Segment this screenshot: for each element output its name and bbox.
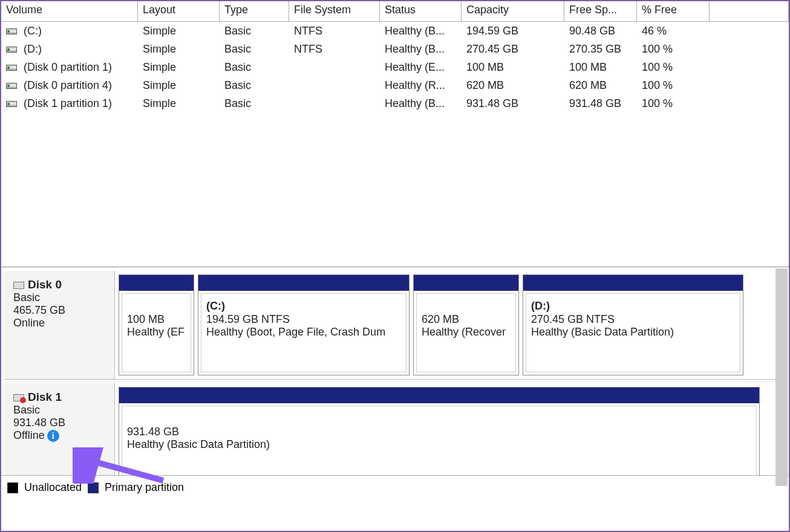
partition[interactable]: 931.48 GBHealthy (Basic Data Partition) [119,387,760,482]
info-icon[interactable]: i [47,430,59,442]
partition-label [127,300,186,313]
partition-label [422,300,511,313]
col-volume[interactable]: Volume [1,1,138,21]
volume-icon [6,83,17,89]
partition-header [523,275,743,291]
partition[interactable]: 620 MBHealthy (Recover [413,274,519,375]
volume-row[interactable]: (Disk 0 partition 4)SimpleBasicHealthy (… [1,76,789,94]
disk-partitions: 100 MBHealthy (EF(C:)194.59 GB NTFSHealt… [115,271,785,379]
column-headers: Volume Layout Type File System Status Ca… [1,1,789,22]
col-freespace[interactable]: Free Sp... [564,1,637,21]
disk-row: Disk 0Basic465.75 GBOnline100 MBHealthy … [5,271,785,380]
volume-list-pane: Volume Layout Type File System Status Ca… [1,1,789,267]
col-type[interactable]: Type [220,1,289,21]
disk-title: Disk 0 [28,278,62,291]
volume-row[interactable]: (D:)SimpleBasicNTFSHealthy (B...270.45 G… [1,40,789,58]
volume-icon [6,47,17,53]
volume-row[interactable]: (Disk 1 partition 1)SimpleBasicHealthy (… [1,94,789,112]
partition[interactable]: 100 MBHealthy (EF [119,274,194,375]
partition-header [119,388,759,403]
partition-header [119,275,194,291]
legend-label-unallocated: Unallocated [24,481,82,494]
col-capacity[interactable]: Capacity [462,1,564,21]
legend-swatch-primary [88,482,99,493]
disk-title: Disk 1 [28,391,62,403]
disk-offline-icon [13,394,24,401]
volume-icon [6,65,17,71]
partition[interactable]: (D:)270.45 GB NTFSHealthy (Basic Data Pa… [523,274,743,375]
partition-header [198,275,409,291]
partition[interactable]: (C:)194.59 GB NTFSHealthy (Boot, Page Fi… [198,274,410,375]
legend-label-primary: Primary partition [105,481,184,494]
partition-label: (C:) [206,300,401,313]
legend-swatch-unallocated [7,482,18,493]
disk-info[interactable]: Disk 1Basic931.48 GBOfflinei [5,383,115,485]
disk-partitions: 931.48 GBHealthy (Basic Data Partition) [115,383,785,485]
volume-icon [6,101,17,107]
col-pctfree[interactable]: % Free [637,1,710,21]
disk-info[interactable]: Disk 0Basic465.75 GBOnline [5,271,115,379]
disk-graphical-pane: Disk 0Basic465.75 GBOnline100 MBHealthy … [1,271,789,499]
volume-row[interactable]: (C:)SimpleBasicNTFSHealthy (B...194.59 G… [1,22,789,40]
legend: Unallocated Primary partition [1,475,789,499]
partition-label: (D:) [531,300,735,313]
volume-icon [6,28,17,34]
disk-row: Disk 1Basic931.48 GBOfflinei931.48 GBHea… [5,383,785,486]
col-layout[interactable]: Layout [138,1,220,21]
partition-label [127,412,751,426]
scrollbar[interactable] [775,268,788,486]
volume-row[interactable]: (Disk 0 partition 1)SimpleBasicHealthy (… [1,58,789,76]
disk-icon [13,282,24,289]
col-spacer [710,1,789,21]
volume-rows: (C:)SimpleBasicNTFSHealthy (B...194.59 G… [1,22,789,112]
partition-header [414,275,518,291]
col-status[interactable]: Status [380,1,462,21]
col-filesystem[interactable]: File System [289,1,380,21]
